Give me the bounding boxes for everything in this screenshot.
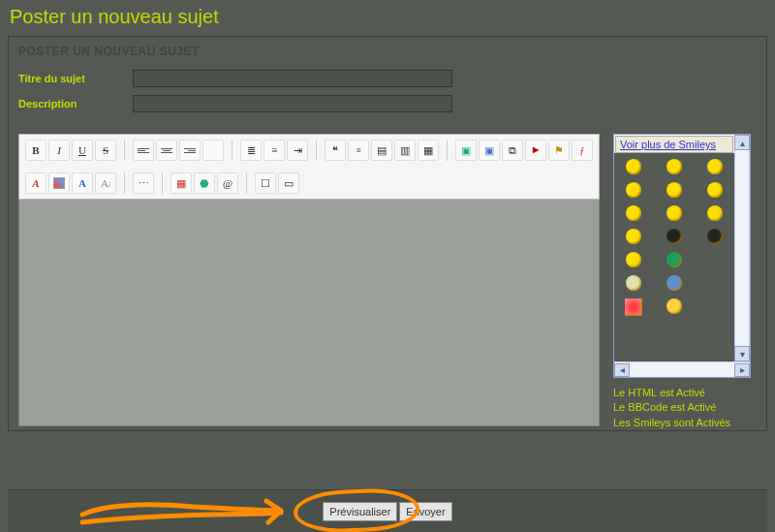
scroll-down-button[interactable]: ▾ [734, 346, 750, 361]
code-button[interactable]: ≡ [348, 140, 369, 161]
smiley-pale[interactable] [626, 275, 641, 291]
separator [447, 140, 448, 161]
fontcolor-icon: A [32, 178, 39, 189]
align-left-icon [138, 148, 149, 153]
hscroll-right[interactable]: ▸ [734, 363, 750, 377]
image-button[interactable]: ▣ [479, 140, 500, 161]
smiley-wink[interactable] [626, 229, 641, 244]
smiley-question[interactable] [707, 229, 723, 244]
calendar-button[interactable]: ▦ [170, 172, 192, 194]
list-indent-button[interactable]: ⇥ [287, 140, 308, 161]
align-left-button[interactable] [133, 140, 154, 161]
separator [232, 140, 232, 161]
flash-button[interactable]: ƒ [572, 140, 593, 161]
editor-toolbar: B I U S ≣ ≡ ⇥ [18, 134, 600, 200]
quote-button[interactable]: ❝ [325, 140, 346, 161]
smiley-idea[interactable] [626, 252, 641, 267]
smiley-laugh[interactable] [707, 159, 723, 174]
strike-button[interactable]: S [95, 140, 116, 161]
page-icon: ☐ [261, 178, 270, 189]
fontcolor-button[interactable]: A [25, 172, 46, 194]
description-input[interactable] [133, 95, 452, 112]
flash-icon: ƒ [579, 145, 585, 156]
align-center-button[interactable] [156, 140, 177, 161]
smiley-exclaim[interactable] [666, 229, 682, 244]
smiley-redheart[interactable] [625, 298, 642, 316]
smiley-column: ▴ ▾ Voir plus de Smileys [613, 134, 751, 430]
smiley-happy[interactable] [707, 182, 723, 198]
smiley-box: ▴ ▾ Voir plus de Smileys [613, 134, 751, 378]
subject-row: Titre du sujet [9, 66, 766, 91]
hscroll-left[interactable]: ◂ [614, 363, 630, 377]
align-right-icon [184, 148, 196, 153]
subject-input[interactable] [133, 70, 452, 87]
table-button[interactable]: ▦ [418, 140, 439, 161]
smiley-cool[interactable] [626, 182, 641, 198]
smiley-surprised[interactable] [666, 205, 682, 221]
separator [162, 172, 163, 194]
align-justify-button[interactable] [202, 140, 224, 161]
warn-button[interactable]: ⚑ [548, 140, 570, 161]
status-bbcode: Le BBCode est Activé [613, 400, 751, 415]
separator [124, 172, 125, 194]
table-icon: ▦ [423, 145, 433, 156]
message-textarea[interactable] [18, 200, 600, 426]
warn-icon: ⚑ [554, 145, 564, 156]
status-box: Le HTML est Activé Le BBCode est Activé … [613, 386, 751, 430]
preview-button[interactable]: Prévisualiser [323, 502, 397, 521]
dice-button[interactable]: ⬣ [194, 172, 215, 194]
bold-icon: B [32, 145, 39, 156]
spoiler-button[interactable]: ▤ [371, 140, 392, 161]
dice-icon: ⬣ [200, 178, 209, 189]
youtube-button[interactable]: ▶ [525, 140, 546, 161]
smiley-grin[interactable] [626, 159, 641, 174]
fontfamily-button[interactable]: Aᵢ [95, 172, 116, 194]
page-button[interactable]: ☐ [255, 172, 276, 194]
scroll-up-button[interactable]: ▴ [734, 135, 750, 150]
page-title: Poster un nouveau sujet [0, 0, 775, 36]
submit-button[interactable]: Envoyer [399, 502, 451, 521]
hidden-icon: ▥ [400, 145, 410, 156]
doc-icon: ▭ [284, 178, 294, 189]
more-smileys-link[interactable]: Voir plus de Smileys [615, 136, 733, 153]
list-ul-button[interactable]: ≣ [240, 140, 262, 161]
description-row: Description [9, 91, 766, 116]
smiley-yellowheart[interactable] [666, 298, 682, 314]
description-label: Description [18, 98, 133, 110]
align-center-icon [161, 148, 172, 153]
smiley-grid [614, 153, 734, 361]
align-right-button[interactable] [179, 140, 201, 161]
underline-button[interactable]: U [72, 140, 93, 161]
smiley-smile[interactable] [666, 159, 682, 174]
mention-icon: @ [223, 178, 232, 189]
smiley-cool2[interactable] [707, 205, 723, 221]
scroll-track[interactable] [734, 150, 750, 361]
doc-button[interactable]: ▭ [278, 172, 299, 194]
imagehost-button[interactable]: ▣ [455, 140, 477, 161]
footer-actions: Prévisualiser Envoyer [8, 489, 767, 532]
hidden-button[interactable]: ▥ [394, 140, 416, 161]
smiley-blue[interactable] [666, 275, 682, 291]
mention-button[interactable]: @ [217, 172, 238, 194]
status-html: Le HTML est Activé [613, 386, 751, 400]
fontbg-button[interactable] [48, 172, 70, 194]
italic-icon: I [57, 145, 61, 156]
smiley-mrgreen[interactable] [666, 252, 682, 267]
image-icon: ▣ [484, 145, 494, 156]
list-ol-button[interactable]: ≡ [264, 140, 285, 161]
panel-header: POSTER UN NOUVEAU SUJET [9, 37, 766, 66]
new-topic-panel: POSTER UN NOUVEAU SUJET Titre du sujet D… [8, 36, 767, 431]
status-smileys: Les Smileys sont Activés [613, 416, 751, 430]
smiley-neutral[interactable] [666, 182, 682, 198]
strike-icon: S [103, 145, 108, 156]
italic-button[interactable]: I [48, 140, 70, 161]
indent-icon: ⇥ [294, 145, 302, 156]
separator [124, 140, 125, 161]
fontsize-button[interactable]: A [72, 172, 93, 194]
smiley-sad[interactable] [626, 205, 641, 221]
more-button[interactable]: ⋯ [133, 172, 154, 194]
smiley-hscroll[interactable]: ◂ ▸ [614, 361, 750, 377]
bold-button[interactable]: B [25, 140, 46, 161]
spoiler-icon: ▤ [377, 145, 387, 156]
link-button[interactable]: ⧉ [502, 140, 523, 161]
